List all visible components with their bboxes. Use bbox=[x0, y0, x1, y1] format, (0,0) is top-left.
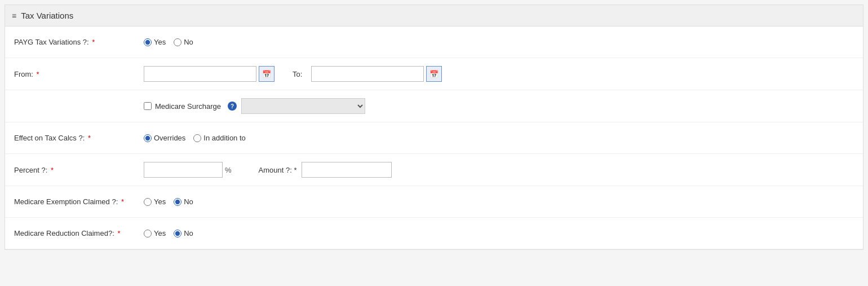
medicare-reduction-no-radio[interactable] bbox=[174, 230, 181, 237]
to-date-input[interactable] bbox=[311, 66, 424, 82]
effect-row: Effect on Tax Calcs ?: * Overrides In ad… bbox=[5, 122, 863, 154]
medicare-surcharge-checkbox-item[interactable]: Medicare Surcharge bbox=[144, 102, 221, 111]
effect-addition-option[interactable]: In addition to bbox=[193, 134, 245, 142]
medicare-surcharge-controls: Medicare Surcharge ? bbox=[144, 98, 854, 114]
payg-row: PAYG Tax Variations ?: * Yes No bbox=[5, 27, 863, 58]
medicare-reduction-radio-group: Yes No bbox=[144, 229, 193, 237]
payg-required: * bbox=[92, 38, 95, 46]
from-calendar-button[interactable]: 📅 bbox=[259, 66, 274, 82]
medicare-exemption-radio-group: Yes No bbox=[144, 197, 193, 206]
percent-required: * bbox=[51, 166, 54, 174]
medicare-exemption-row: Medicare Exemption Claimed ?: * Yes No bbox=[5, 186, 863, 218]
from-to-row: From: * 📅 To: 📅 bbox=[5, 58, 863, 90]
medicare-exemption-no-label: No bbox=[184, 197, 193, 206]
medicare-exemption-controls: Yes No bbox=[144, 197, 854, 206]
percent-amount-controls: % Amount ?: * bbox=[144, 162, 854, 178]
tax-variations-panel: ≡ Tax Variations PAYG Tax Variations ?: … bbox=[5, 5, 863, 250]
amount-group: Amount ?: * bbox=[259, 162, 392, 178]
percent-input[interactable] bbox=[144, 162, 223, 178]
payg-yes-label: Yes bbox=[154, 38, 166, 46]
payg-label: PAYG Tax Variations ?: * bbox=[14, 38, 144, 46]
medicare-surcharge-checkbox[interactable] bbox=[144, 102, 152, 110]
amount-required: * bbox=[294, 166, 296, 174]
amount-input[interactable] bbox=[302, 162, 392, 178]
medicare-exemption-yes-label: Yes bbox=[154, 197, 166, 206]
effect-radio-group: Overrides In addition to bbox=[144, 134, 246, 142]
amount-label: Amount ?: * bbox=[259, 166, 297, 174]
medicare-reduction-row: Medicare Reduction Claimed?: * Yes No bbox=[5, 218, 863, 249]
medicare-exemption-label: Medicare Exemption Claimed ?: * bbox=[14, 197, 144, 206]
medicare-exemption-yes-option[interactable]: Yes bbox=[144, 197, 166, 206]
payg-radio-group: Yes No bbox=[144, 38, 193, 46]
medicare-surcharge-text: Medicare Surcharge bbox=[155, 102, 221, 111]
medicare-reduction-no-label: No bbox=[184, 229, 193, 237]
payg-no-option[interactable]: No bbox=[174, 38, 193, 46]
from-label: From: * bbox=[14, 70, 144, 78]
percent-amount-row: Percent ?: * % Amount ?: * bbox=[5, 154, 863, 186]
medicare-exemption-required: * bbox=[121, 197, 124, 206]
payg-no-label: No bbox=[184, 38, 193, 46]
medicare-reduction-no-option[interactable]: No bbox=[174, 229, 193, 237]
effect-overrides-radio[interactable] bbox=[144, 134, 152, 142]
percent-label: Percent ?: * bbox=[14, 166, 144, 174]
medicare-surcharge-help-icon[interactable]: ? bbox=[228, 102, 237, 111]
medicare-reduction-yes-radio[interactable] bbox=[144, 230, 152, 237]
percent-group: % bbox=[144, 162, 232, 178]
to-calendar-button[interactable]: 📅 bbox=[426, 66, 442, 82]
panel-header: ≡ Tax Variations bbox=[5, 5, 863, 27]
effect-overrides-label: Overrides bbox=[154, 134, 185, 142]
from-to-controls: 📅 To: 📅 bbox=[144, 66, 854, 82]
menu-icon: ≡ bbox=[12, 11, 16, 20]
payg-no-radio[interactable] bbox=[174, 38, 181, 46]
panel-title: Tax Variations bbox=[21, 11, 73, 20]
payg-yes-option[interactable]: Yes bbox=[144, 38, 166, 46]
medicare-surcharge-select[interactable] bbox=[241, 98, 365, 114]
effect-addition-radio[interactable] bbox=[193, 134, 201, 142]
from-date-group: 📅 bbox=[144, 66, 274, 82]
to-date-group: 📅 bbox=[311, 66, 442, 82]
medicare-exemption-no-option[interactable]: No bbox=[174, 197, 193, 206]
from-required: * bbox=[37, 70, 39, 78]
medicare-reduction-required: * bbox=[117, 229, 120, 237]
medicare-reduction-controls: Yes No bbox=[144, 229, 854, 237]
effect-addition-label: In addition to bbox=[203, 134, 245, 142]
effect-overrides-option[interactable]: Overrides bbox=[144, 134, 185, 142]
medicare-reduction-yes-label: Yes bbox=[154, 229, 166, 237]
medicare-reduction-yes-option[interactable]: Yes bbox=[144, 229, 166, 237]
to-label: To: bbox=[293, 70, 302, 78]
medicare-exemption-yes-radio[interactable] bbox=[144, 198, 152, 206]
payg-controls: Yes No bbox=[144, 38, 854, 46]
effect-label: Effect on Tax Calcs ?: * bbox=[14, 134, 144, 142]
medicare-exemption-no-radio[interactable] bbox=[174, 198, 181, 206]
medicare-surcharge-row: Medicare Surcharge ? bbox=[5, 90, 863, 122]
payg-yes-radio[interactable] bbox=[144, 38, 152, 46]
percent-symbol: % bbox=[225, 166, 232, 174]
from-date-input[interactable] bbox=[144, 66, 256, 82]
effect-controls: Overrides In addition to bbox=[144, 134, 854, 142]
effect-required: * bbox=[88, 134, 91, 142]
medicare-reduction-label: Medicare Reduction Claimed?: * bbox=[14, 229, 144, 237]
